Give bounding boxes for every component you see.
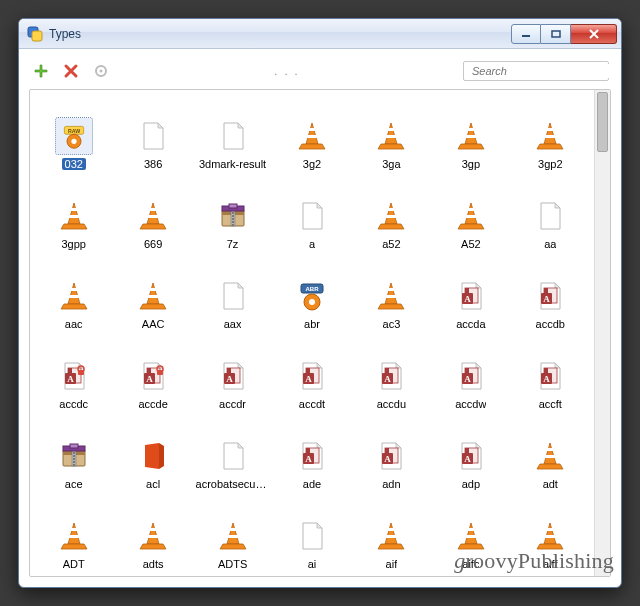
- add-button[interactable]: [31, 61, 51, 81]
- file-type-item[interactable]: ace: [34, 416, 113, 490]
- vlc-icon: [215, 518, 251, 554]
- office-icon: [135, 438, 171, 474]
- svg-rect-96: [70, 444, 78, 448]
- scrollbar-thumb[interactable]: [597, 92, 608, 152]
- close-button[interactable]: [571, 24, 617, 44]
- file-type-item[interactable]: aifc: [431, 496, 510, 570]
- svg-rect-33: [388, 208, 395, 211]
- file-type-label: ade: [303, 478, 321, 490]
- file-type-item[interactable]: aax: [193, 256, 272, 330]
- vlc-icon: [453, 518, 489, 554]
- file-type-item[interactable]: AAC: [113, 256, 192, 330]
- file-type-item[interactable]: 3g2: [272, 96, 351, 170]
- file-type-label: aiff: [543, 558, 557, 570]
- svg-rect-112: [69, 535, 79, 538]
- file-type-item[interactable]: Aaccde: [113, 336, 192, 410]
- file-type-item[interactable]: Aaccdu: [352, 336, 431, 410]
- file-type-label: acl: [146, 478, 160, 490]
- window-body: . . . RAW0323863dmark-result3g23ga3gp3gp…: [19, 49, 621, 587]
- file-type-item[interactable]: aac: [34, 256, 113, 330]
- svg-text:A: A: [226, 374, 233, 384]
- file-type-item[interactable]: ADT: [34, 496, 113, 570]
- svg-rect-27: [232, 215, 234, 217]
- file-type-item[interactable]: A52: [431, 176, 510, 250]
- file-type-item[interactable]: Aaccdb: [511, 256, 590, 330]
- access-icon: A: [453, 358, 489, 394]
- file-type-item[interactable]: ac3: [352, 256, 431, 330]
- title-bar[interactable]: Types: [19, 19, 621, 49]
- svg-rect-39: [150, 288, 157, 291]
- blank-icon: [294, 198, 330, 234]
- file-type-item[interactable]: ADTS: [193, 496, 272, 570]
- file-type-item[interactable]: aiff: [511, 496, 590, 570]
- file-type-label: ADTS: [218, 558, 247, 570]
- svg-text:A: A: [464, 374, 471, 384]
- search-input[interactable]: [470, 64, 613, 78]
- file-type-item[interactable]: 3dmark-result: [193, 96, 272, 170]
- file-type-item[interactable]: a52: [352, 176, 431, 250]
- file-type-item[interactable]: Aaccdc: [34, 336, 113, 410]
- delete-button[interactable]: [61, 61, 81, 81]
- file-type-label: acrobatsecuritysettings: [196, 478, 270, 490]
- svg-rect-66: [157, 370, 163, 375]
- svg-rect-18: [545, 135, 555, 138]
- file-type-label: 669: [144, 238, 162, 250]
- file-type-item[interactable]: ai: [272, 496, 351, 570]
- file-type-item[interactable]: 386: [113, 96, 192, 170]
- access-lock-icon: A: [56, 358, 92, 394]
- file-type-item[interactable]: adts: [113, 496, 192, 570]
- blank-icon: [215, 118, 251, 154]
- file-type-item[interactable]: acrobatsecuritysettings: [193, 416, 272, 490]
- toolbar: . . .: [29, 57, 611, 85]
- file-type-item[interactable]: 3ga: [352, 96, 431, 170]
- file-type-item[interactable]: aa: [511, 176, 590, 250]
- svg-rect-90: [73, 452, 75, 454]
- file-type-item[interactable]: Aadp: [431, 416, 510, 490]
- scrollbar[interactable]: [594, 90, 610, 576]
- file-type-item[interactable]: a: [272, 176, 351, 250]
- vlc-icon: [373, 518, 409, 554]
- file-type-item[interactable]: Aaccft: [511, 336, 590, 410]
- file-type-item[interactable]: acl: [113, 416, 192, 490]
- window-frame: Types: [18, 18, 622, 588]
- file-type-item[interactable]: Aaccdt: [272, 336, 351, 410]
- file-type-item[interactable]: aif: [352, 496, 431, 570]
- svg-rect-118: [386, 535, 396, 538]
- access-icon: A: [453, 438, 489, 474]
- file-type-label: accdb: [536, 318, 565, 330]
- settings-button[interactable]: [91, 61, 111, 81]
- file-type-item[interactable]: 3gp: [431, 96, 510, 170]
- file-type-item[interactable]: Aaccda: [431, 256, 510, 330]
- blank-icon: [215, 438, 251, 474]
- minimize-button[interactable]: [511, 24, 541, 44]
- file-type-item[interactable]: 3gp2: [511, 96, 590, 170]
- file-type-item[interactable]: RAW032: [34, 96, 113, 170]
- toolbar-overflow[interactable]: . . .: [121, 65, 453, 77]
- file-type-label: accdt: [299, 398, 325, 410]
- file-type-item[interactable]: 3gpp: [34, 176, 113, 250]
- vlc-icon: [532, 518, 568, 554]
- file-type-item[interactable]: 7z: [193, 176, 272, 250]
- vlc-icon: [453, 198, 489, 234]
- file-type-item[interactable]: Aadn: [352, 416, 431, 490]
- svg-rect-94: [73, 464, 75, 466]
- svg-rect-34: [386, 215, 396, 218]
- file-type-item[interactable]: 669: [113, 176, 192, 250]
- vlc-icon: [56, 518, 92, 554]
- svg-rect-110: [545, 455, 555, 458]
- vlc-icon: [56, 278, 92, 314]
- svg-point-5: [100, 70, 103, 73]
- file-type-item[interactable]: Aade: [272, 416, 351, 490]
- svg-rect-11: [309, 128, 316, 131]
- maximize-button[interactable]: [541, 24, 571, 44]
- vlc-icon: [532, 118, 568, 154]
- file-type-grid[interactable]: RAW0323863dmark-result3g23ga3gp3gp23gpp6…: [30, 90, 594, 576]
- svg-rect-92: [73, 458, 75, 460]
- file-type-panel: RAW0323863dmark-result3g23ga3gp3gp23gpp6…: [29, 89, 611, 577]
- file-type-item[interactable]: adt: [511, 416, 590, 490]
- svg-rect-35: [467, 208, 474, 211]
- search-box[interactable]: [463, 61, 609, 81]
- file-type-item[interactable]: ABRabr: [272, 256, 351, 330]
- file-type-item[interactable]: Aaccdw: [431, 336, 510, 410]
- file-type-item[interactable]: Aaccdr: [193, 336, 272, 410]
